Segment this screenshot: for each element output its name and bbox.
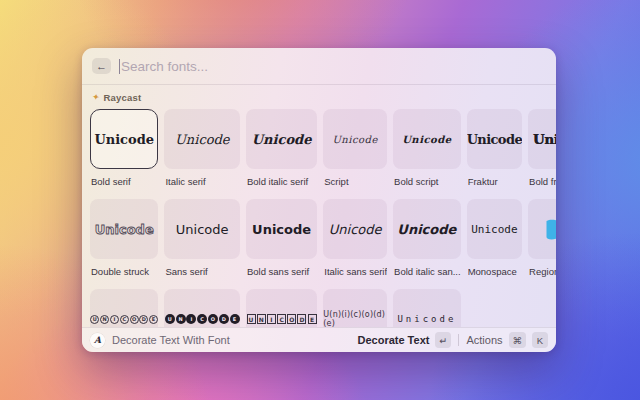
font-card-bold-sans-serif[interactable]: UnicodeBold sans serif xyxy=(246,199,317,289)
font-card-label: Regional indic... xyxy=(529,266,556,277)
font-preview-negative-circled[interactable]: UNICODE xyxy=(164,289,239,327)
font-preview-bold-fraktur[interactable]: Unicode xyxy=(528,109,556,169)
font-preview-spaced[interactable]: Unicode xyxy=(393,289,461,327)
footer-divider xyxy=(458,334,459,346)
font-card-fraktur[interactable]: UnicodeFraktur xyxy=(467,109,522,199)
raycast-window: ← ✦ Raycast UnicodeBold serifUnicodeItal… xyxy=(82,48,556,352)
footer-bar: A Decorate Text With Font Decorate Text … xyxy=(82,327,556,352)
font-preview-italic-sans-serif[interactable]: Unicode xyxy=(323,199,387,259)
font-card-label: Italic sans serif xyxy=(324,266,387,277)
back-arrow-icon: ← xyxy=(96,60,107,72)
font-card-label: Double struck xyxy=(91,266,158,277)
font-card-sans-serif[interactable]: UnicodeSans serif xyxy=(164,199,239,289)
font-card-script[interactable]: UnicodeScript xyxy=(323,109,387,199)
font-card-parenthesized[interactable]: U(n)(i)(c)(o)(d)(e) xyxy=(323,289,387,327)
font-card-bold-fraktur[interactable]: UnicodeBold fraktur xyxy=(528,109,556,199)
primary-action-button[interactable]: Decorate Text ↵ xyxy=(357,332,451,348)
font-card-label: Script xyxy=(324,176,387,187)
font-preview-fraktur[interactable]: Unicode xyxy=(467,109,522,169)
search-bar: ← xyxy=(82,48,556,85)
extension-icon: A xyxy=(90,333,105,348)
results-area: ✦ Raycast UnicodeBold serifUnicodeItalic… xyxy=(82,85,556,327)
font-preview-script[interactable]: Unicode xyxy=(323,109,387,169)
font-preview-double-struck[interactable]: Unicode xyxy=(90,199,158,259)
font-card-bold-italic-serif[interactable]: UnicodeBold italic serif xyxy=(246,109,317,199)
font-preview-bold-sans-serif[interactable]: Unicode xyxy=(246,199,317,259)
font-card-label: Italic serif xyxy=(165,176,239,187)
actions-menu-button[interactable]: Actions ⌘ K xyxy=(466,332,548,348)
back-button[interactable]: ← xyxy=(92,58,111,74)
font-card-bold-serif[interactable]: UnicodeBold serif xyxy=(90,109,158,199)
font-card-bold-italic-sans-serif[interactable]: UnicodeBold italic san... xyxy=(393,199,461,289)
extension-name: Decorate Text With Font xyxy=(112,334,350,346)
section-header: ✦ Raycast xyxy=(92,91,548,103)
font-preview-monospace[interactable]: Unicode xyxy=(467,199,522,259)
font-card-double-struck[interactable]: UnicodeDouble struck xyxy=(90,199,158,289)
font-card-label: Fraktur xyxy=(468,176,522,187)
font-card-circled[interactable]: UNICODE xyxy=(90,289,158,327)
font-card-squared[interactable]: UNICODE xyxy=(246,289,317,327)
return-keycap: ↵ xyxy=(435,332,451,348)
font-preview-bold-italic-serif[interactable]: Unicode xyxy=(246,109,317,169)
section-title: Raycast xyxy=(104,92,142,103)
font-preview-squared[interactable]: UNICODE xyxy=(246,289,317,327)
font-card-italic-sans-serif[interactable]: UnicodeItalic sans serif xyxy=(323,199,387,289)
font-preview-regional-indicator[interactable] xyxy=(528,199,556,259)
font-card-regional-indicator[interactable]: Regional indic... xyxy=(528,199,556,289)
cmd-keycap: ⌘ xyxy=(509,332,527,348)
text-caret xyxy=(119,59,120,74)
font-preview-bold-serif[interactable]: Unicode xyxy=(90,109,158,169)
search-input[interactable] xyxy=(121,59,546,74)
actions-label: Actions xyxy=(466,334,502,346)
font-preview-circled[interactable]: UNICODE xyxy=(90,289,158,327)
search-field-wrap xyxy=(119,59,546,74)
font-preview-bold-script[interactable]: Unicode xyxy=(393,109,461,169)
k-keycap: K xyxy=(532,332,548,348)
font-preview-italic-serif[interactable]: Unicode xyxy=(164,109,239,169)
font-card-negative-circled[interactable]: UNICODE xyxy=(164,289,239,327)
font-card-label: Bold script xyxy=(394,176,461,187)
font-preview-parenthesized[interactable]: U(n)(i)(c)(o)(d)(e) xyxy=(323,289,387,327)
font-card-monospace[interactable]: UnicodeMonospace xyxy=(467,199,522,289)
font-card-bold-script[interactable]: UnicodeBold script xyxy=(393,109,461,199)
font-card-label: Bold italic serif xyxy=(247,176,317,187)
primary-action-label: Decorate Text xyxy=(357,334,429,346)
font-card-label: Bold fraktur xyxy=(529,176,556,187)
font-preview-sans-serif[interactable]: Unicode xyxy=(164,199,239,259)
sparkle-icon: ✦ xyxy=(91,92,100,102)
font-card-label: Bold serif xyxy=(91,176,158,187)
font-card-label: Bold italic san... xyxy=(394,266,461,277)
font-grid: UnicodeBold serifUnicodeItalic serifUnic… xyxy=(90,109,548,327)
un-flag-emoji xyxy=(544,216,556,243)
font-card-label: Monospace xyxy=(468,266,522,277)
font-card-italic-serif[interactable]: UnicodeItalic serif xyxy=(164,109,239,199)
font-card-label: Sans serif xyxy=(165,266,239,277)
font-card-label: Bold sans serif xyxy=(247,266,317,277)
font-preview-bold-italic-sans-serif[interactable]: Unicode xyxy=(393,199,461,259)
font-card-spaced[interactable]: Unicode xyxy=(393,289,461,327)
